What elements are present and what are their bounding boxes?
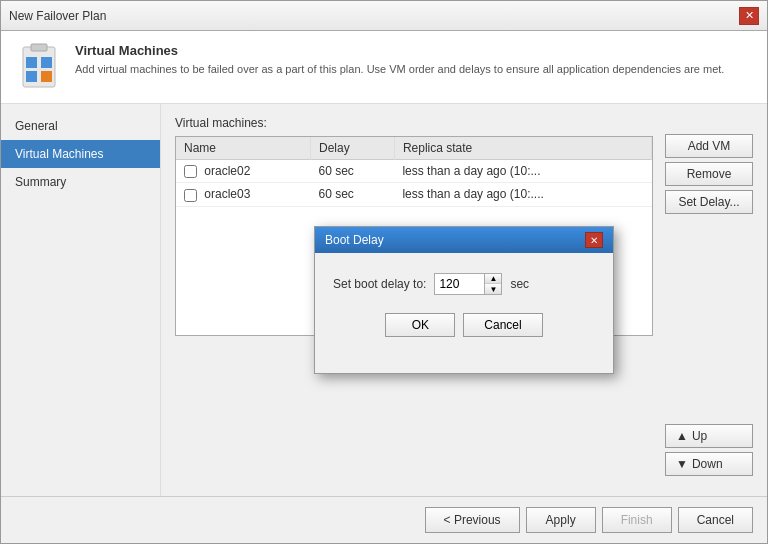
svg-rect-2 [26, 57, 37, 68]
header-description: Add virtual machines to be failed over a… [75, 62, 724, 77]
modal-title-bar: Boot Delay ✕ [315, 227, 613, 253]
finish-button[interactable]: Finish [602, 507, 672, 533]
window-title: New Failover Plan [9, 9, 106, 23]
previous-button[interactable]: < Previous [425, 507, 520, 533]
body-section: General Virtual Machines Summary Virtual… [1, 104, 767, 496]
boot-delay-input[interactable] [434, 273, 484, 295]
svg-rect-3 [41, 57, 52, 68]
header-title: Virtual Machines [75, 43, 724, 58]
modal-body: Set boot delay to: ▲ ▼ sec [315, 253, 613, 373]
modal-input-row: Set boot delay to: ▲ ▼ sec [333, 273, 595, 295]
sidebar-summary-label: Summary [15, 175, 66, 189]
modal-ok-button[interactable]: OK [385, 313, 455, 337]
svg-rect-5 [41, 71, 52, 82]
header-section: Virtual Machines Add virtual machines to… [1, 31, 767, 104]
svg-rect-1 [31, 44, 47, 51]
header-text: Virtual Machines Add virtual machines to… [75, 43, 724, 77]
window-close-button[interactable]: ✕ [739, 7, 759, 25]
sidebar-general-label: General [15, 119, 58, 133]
apply-button[interactable]: Apply [526, 507, 596, 533]
spinbox: ▲ ▼ [434, 273, 502, 295]
modal-close-button[interactable]: ✕ [585, 232, 603, 248]
modal-overlay: Boot Delay ✕ Set boot delay to: ▲ [161, 104, 767, 496]
spinbox-up-button[interactable]: ▲ [485, 274, 501, 284]
boot-delay-label: Set boot delay to: [333, 277, 426, 291]
sidebar-item-summary[interactable]: Summary [1, 168, 160, 196]
sec-unit-label: sec [510, 277, 529, 291]
footer: < Previous Apply Finish Cancel [1, 496, 767, 543]
modal-title: Boot Delay [325, 233, 384, 247]
title-bar: New Failover Plan ✕ [1, 1, 767, 31]
main-window: New Failover Plan ✕ Virtual Machines [0, 0, 768, 544]
main-content: Virtual Machines Add virtual machines to… [1, 31, 767, 496]
sidebar-item-general[interactable]: General [1, 112, 160, 140]
sidebar-vm-label: Virtual Machines [15, 147, 104, 161]
spinbox-down-button[interactable]: ▼ [485, 284, 501, 294]
content-and-modal: Virtual machines: Name Delay Replica sta… [161, 104, 767, 496]
modal-cancel-button[interactable]: Cancel [463, 313, 542, 337]
sidebar: General Virtual Machines Summary [1, 104, 161, 496]
spinbox-arrows: ▲ ▼ [484, 273, 502, 295]
svg-rect-4 [26, 71, 37, 82]
sidebar-item-virtual-machines[interactable]: Virtual Machines [1, 140, 160, 168]
boot-delay-modal: Boot Delay ✕ Set boot delay to: ▲ [314, 226, 614, 374]
modal-footer: OK Cancel [333, 313, 595, 353]
virtual-machines-icon [15, 43, 63, 91]
cancel-button[interactable]: Cancel [678, 507, 753, 533]
